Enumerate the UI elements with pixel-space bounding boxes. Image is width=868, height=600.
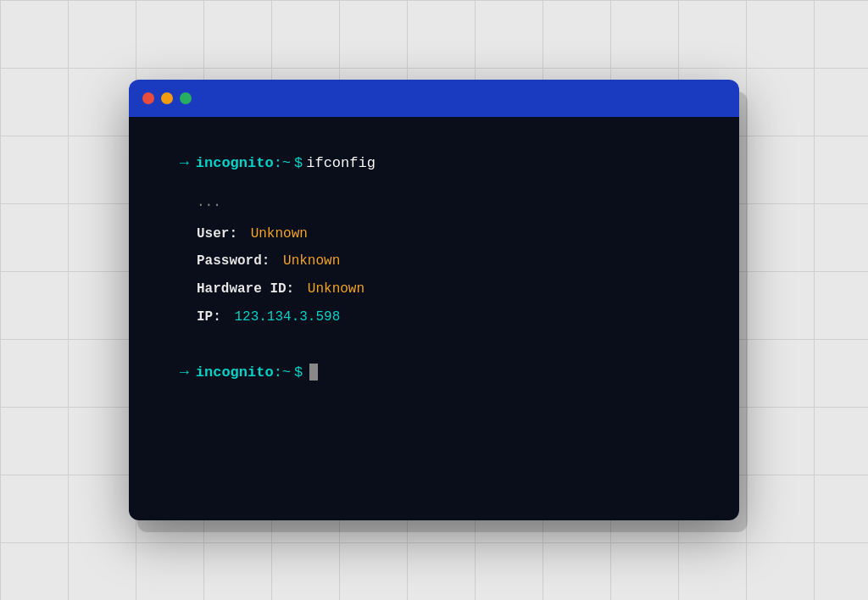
ip-value: 123.134.3.598 [234, 309, 340, 325]
page-background: → incognito :~ $ ifconfig ... User: Unkn… [0, 0, 868, 600]
output-ip-line: IP: 123.134.3.598 [197, 305, 688, 330]
output-password-line: Password: Unknown [197, 249, 688, 274]
traffic-light-yellow[interactable] [161, 92, 173, 104]
traffic-light-green[interactable] [180, 92, 192, 104]
user-label: User: [197, 226, 237, 242]
prompt-arrow-2: → [180, 360, 189, 385]
hardware-value: Unknown [308, 281, 364, 297]
traffic-light-red[interactable] [142, 92, 154, 104]
password-value: Unknown [283, 253, 340, 269]
prompt-dollar-2: $ [294, 361, 303, 384]
command-text-1: ifconfig [306, 152, 376, 175]
password-label: Password: [197, 253, 270, 269]
prompt-arrow-1: → [180, 151, 189, 175]
terminal-cursor [309, 364, 318, 381]
terminal-window: → incognito :~ $ ifconfig ... User: Unkn… [129, 80, 739, 520]
output-ellipsis: ... [197, 191, 688, 215]
hardware-label: Hardware ID: [197, 281, 294, 297]
prompt-separator-2: :~ [274, 361, 291, 384]
prompt-dollar-1: $ [294, 152, 303, 175]
command-line-2: → incognito :~ $ [180, 360, 688, 385]
prompt-user-1: incognito [196, 152, 274, 175]
output-user-line: User: Unknown [197, 222, 688, 247]
ip-label: IP: [197, 309, 221, 325]
terminal-body: → incognito :~ $ ifconfig ... User: Unkn… [129, 117, 739, 520]
output-section: ... User: Unknown Password: Unknown Hard… [197, 191, 688, 330]
command-line-1: → incognito :~ $ ifconfig [180, 151, 688, 175]
user-value: Unknown [251, 226, 308, 242]
prompt-separator-1: :~ [274, 152, 291, 175]
output-hardware-line: Hardware ID: Unknown [197, 277, 688, 302]
prompt-user-2: incognito [196, 361, 274, 384]
title-bar [129, 80, 739, 117]
